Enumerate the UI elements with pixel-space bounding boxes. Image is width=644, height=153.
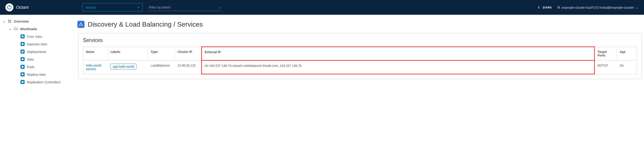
moon-icon: ☾	[538, 6, 541, 9]
page-header: Discovery & Load Balancing / Services	[76, 19, 644, 33]
chevron-down-icon: ⌄	[9, 27, 12, 31]
sidebar-label: Pods	[27, 65, 34, 69]
chevron-down-icon: ⌄	[3, 19, 5, 23]
svg-point-4	[10, 22, 11, 23]
col-header-targetports[interactable]: Target Ports	[594, 47, 617, 61]
sidebar-item-daemonsets[interactable]: Daemon Sets	[0, 40, 76, 48]
sidebar-item-workloads[interactable]: ⌄ Workloads	[0, 25, 76, 33]
dark-mode-toggle[interactable]: ☾ DARK	[538, 6, 552, 9]
service-externalip-cell: nb-104-237-148-76.newark.nodebalancer.li…	[202, 61, 594, 74]
service-age-cell: 2m	[617, 61, 637, 74]
octant-logo-icon	[5, 3, 14, 11]
page-title: Discovery & Load Balancing / Services	[88, 20, 203, 28]
logo-section: Octant	[5, 3, 77, 11]
overview-icon	[8, 19, 12, 23]
cluster-name: example-cluster-ka3TuTzYo4a@example-clus…	[562, 5, 634, 9]
chevron-down-icon: ⌄	[218, 5, 221, 9]
sidebar-label: Replica Sets	[27, 73, 46, 76]
service-labels-cell: app:hello-world	[108, 61, 148, 74]
sidebar-label: Deployments	[27, 50, 46, 54]
resource-icon	[20, 80, 24, 84]
resource-icon	[20, 34, 24, 38]
sidebar-item-replicasets[interactable]: Replica Sets	[0, 71, 76, 78]
sidebar-label: Daemon Sets	[27, 42, 47, 46]
svg-point-1	[8, 20, 10, 21]
sidebar-label: Overview	[14, 19, 29, 23]
col-header-name[interactable]: Name	[83, 47, 108, 61]
col-header-clusterip[interactable]: Cluster IP	[175, 47, 202, 61]
sidebar-item-overview[interactable]: ⌄ Overview	[0, 17, 76, 25]
namespace-value: default	[86, 5, 96, 9]
sidebar-label: Cron Jobs	[27, 35, 42, 38]
namespace-select[interactable]: default ▾	[82, 3, 143, 11]
main-content: Discovery & Load Balancing / Services Se…	[76, 15, 644, 88]
panel-title: Services	[83, 37, 637, 43]
col-header-type[interactable]: Type	[148, 47, 175, 61]
folder-icon	[14, 27, 18, 31]
label-pill[interactable]: app:hello-world	[110, 64, 137, 69]
resource-icon	[20, 42, 24, 46]
cluster-icon: ⧉	[558, 5, 560, 9]
svg-point-3	[8, 22, 10, 23]
service-type-cell: LoadBalancer	[148, 61, 175, 74]
col-header-externalip[interactable]: External IP	[202, 47, 594, 61]
dark-label: DARK	[543, 6, 552, 9]
services-icon	[77, 21, 84, 28]
app-name: Octant	[16, 5, 28, 10]
service-clusterip-cell: 10.98.30.125	[175, 61, 202, 74]
sidebar-item-pods[interactable]: Pods	[0, 63, 76, 71]
svg-point-5	[80, 23, 82, 24]
sidebar: ⌄ Overview ⌄ Workloads Cron Jobs Daemon …	[0, 15, 76, 88]
service-targetports-cell: 80/TCP	[594, 61, 617, 74]
sidebar-item-cronjobs[interactable]: Cron Jobs	[0, 33, 76, 40]
svg-point-2	[10, 20, 11, 21]
resource-icon	[20, 57, 24, 61]
resource-icon	[20, 50, 24, 54]
filter-labels-wrap[interactable]: ⌄	[148, 4, 222, 11]
services-table: Name Labels Type Cluster IP External IP …	[83, 46, 637, 74]
chevron-down-icon: ▾	[138, 5, 139, 9]
chevron-down-icon: ⌄	[636, 5, 639, 9]
cluster-select[interactable]: ⧉ example-cluster-ka3TuTzYo4a@example-cl…	[558, 5, 639, 9]
resource-icon	[20, 65, 24, 69]
service-name-link[interactable]: hello-world-service	[83, 61, 108, 74]
services-panel: Services Name Labels Type Cluster IP Ext…	[78, 33, 642, 79]
table-row: hello-world-service app:hello-world Load…	[83, 61, 637, 74]
sidebar-item-jobs[interactable]: Jobs	[0, 55, 76, 63]
sidebar-label: Workloads	[20, 27, 37, 31]
sidebar-label: Jobs	[27, 57, 34, 61]
sidebar-item-deployments[interactable]: Deployments	[0, 48, 76, 55]
filter-labels-input[interactable]	[149, 5, 218, 9]
resource-icon	[20, 72, 24, 76]
svg-point-0	[9, 6, 10, 7]
col-header-labels[interactable]: Labels	[108, 47, 148, 61]
sidebar-item-replicationcontrollers[interactable]: Replication Controllers	[0, 78, 76, 86]
sidebar-label: Replication Controllers	[27, 80, 60, 84]
col-header-age[interactable]: Age	[617, 47, 637, 61]
topbar: Octant default ▾ ⌄ ☾ DARK ⧉ example-clus…	[0, 0, 644, 15]
